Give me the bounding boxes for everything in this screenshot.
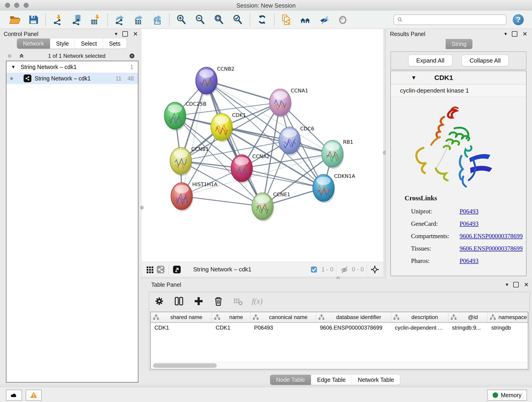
collapse-all-button[interactable]: Collapse All: [462, 55, 509, 66]
import-network-icon[interactable]: [52, 14, 64, 26]
left-splitter-handle[interactable]: [140, 206, 144, 210]
import-database-icon[interactable]: [70, 14, 82, 26]
plus-icon[interactable]: [193, 295, 205, 307]
panel-float-icon[interactable]: ▾: [504, 31, 507, 37]
table-cell[interactable]: CDK1: [212, 323, 250, 333]
table-cell[interactable]: stringdb: [488, 323, 528, 333]
trash-icon[interactable]: [212, 295, 224, 307]
table-cell[interactable]: stringdb:9...: [448, 323, 488, 333]
crosslink-link[interactable]: 9606.ENSP00000378699: [460, 245, 523, 252]
search-box[interactable]: [394, 14, 506, 25]
network-node-CCNA1[interactable]: CCNA1: [269, 88, 308, 118]
panel-close-icon[interactable]: ✕: [133, 31, 138, 38]
column-header-namespace[interactable]: namespace: [488, 312, 528, 322]
expand-all-icon[interactable]: [16, 50, 27, 62]
network-node-CDC6[interactable]: CDC6: [279, 126, 314, 156]
column-header-canonical-name[interactable]: canonical name: [250, 312, 316, 322]
collapse-all-icon[interactable]: [4, 50, 16, 62]
search-icon: [397, 17, 403, 23]
selected-checkbox-icon[interactable]: [309, 264, 319, 275]
refresh-icon[interactable]: [256, 14, 268, 26]
table-cell[interactable]: 9606.ENSP00000378699: [316, 323, 391, 333]
column-header-description[interactable]: description: [391, 312, 448, 322]
help-icon[interactable]: ?: [513, 14, 524, 25]
tab-sets[interactable]: Sets: [103, 38, 127, 49]
tree-expand-icon[interactable]: ▼: [11, 64, 16, 70]
network-edge[interactable]: [182, 196, 263, 206]
table-cell[interactable]: cyclin-dependent ...: [391, 323, 448, 333]
fit-content-icon[interactable]: [370, 264, 380, 275]
network-node-CCNB2[interactable]: CCNB2: [196, 66, 234, 96]
crosslink-link[interactable]: P06493: [460, 257, 479, 264]
tab-edge-table[interactable]: Edge Table: [311, 375, 352, 385]
network-collection-row[interactable]: ▼ String Network – cdk1 1: [6, 61, 138, 73]
columns-icon[interactable]: [173, 295, 185, 307]
network-share-icon[interactable]: [155, 264, 166, 275]
panel-close-icon[interactable]: ✕: [522, 31, 527, 38]
crosslink-link[interactable]: 9606.ENSP00000378699: [460, 233, 523, 240]
panel-float-icon[interactable]: ▾: [115, 31, 117, 37]
panel-maximize-icon[interactable]: [122, 31, 128, 37]
search-input[interactable]: [405, 16, 503, 23]
network-node-CCNA2[interactable]: CCNA2: [231, 153, 270, 183]
table-cell[interactable]: CDK1: [151, 323, 212, 333]
collapse-entry-icon[interactable]: ▼: [411, 75, 417, 81]
tab-select[interactable]: Select: [75, 38, 103, 49]
zoom-out-icon[interactable]: [194, 14, 206, 26]
tab-string[interactable]: String: [446, 39, 472, 49]
string-eye-icon[interactable]: [337, 14, 349, 26]
open-in-window-icon[interactable]: [172, 264, 182, 275]
protein-entry-header[interactable]: ▼ CDK1: [391, 71, 526, 85]
export-network-icon[interactable]: [114, 14, 126, 26]
network-node-RB1[interactable]: RB1: [322, 139, 353, 169]
zoom-in-icon[interactable]: [176, 14, 187, 26]
hidden-eye-icon[interactable]: [339, 264, 350, 275]
panel-maximize-icon[interactable]: [512, 31, 517, 37]
network-row[interactable]: String Network – cdk1 11 48: [6, 73, 138, 84]
open-session-icon[interactable]: [9, 14, 21, 26]
network-edge[interactable]: [206, 81, 263, 206]
crosslink-link[interactable]: P06493: [460, 208, 479, 215]
column-header-shared-name[interactable]: shared name: [151, 312, 212, 322]
network-node-CDKN1A[interactable]: CDKN1A: [313, 173, 355, 203]
network-node-CCNE1[interactable]: CCNE1: [252, 191, 290, 221]
warning-icon[interactable]: [26, 390, 42, 401]
table-cell[interactable]: P06493: [250, 323, 316, 333]
network-canvas[interactable]: CCNB2CCNA1CDC25BCDK1CDC6RB1CCNB1CCNA2CDK…: [142, 29, 383, 262]
expand-all-button[interactable]: Expand All: [408, 55, 452, 66]
column-header-label: namespace: [498, 314, 528, 320]
gear-icon[interactable]: [153, 295, 165, 307]
gear-icon[interactable]: [126, 50, 138, 62]
memory-button[interactable]: Memory: [487, 390, 527, 401]
export-image-icon[interactable]: [151, 14, 163, 26]
column-header--id[interactable]: @id: [448, 312, 488, 322]
zoom-fit-icon[interactable]: [213, 14, 225, 26]
zoom-selected-icon[interactable]: [232, 14, 244, 26]
save-session-icon[interactable]: [27, 14, 39, 26]
panel-close-icon[interactable]: ✕: [524, 281, 529, 288]
column-header-label: database identifier: [326, 314, 391, 320]
horizontal-scrollbar[interactable]: [151, 362, 527, 369]
column-header-name[interactable]: name: [212, 312, 250, 322]
tab-network-table[interactable]: Network Table: [352, 375, 400, 385]
string-import-icon[interactable]: [280, 14, 292, 26]
string-home-icon[interactable]: [299, 14, 311, 26]
table-row[interactable]: CDK1CDK1P064939606.ENSP00000378699cyclin…: [151, 323, 528, 333]
export-table-icon[interactable]: [133, 14, 144, 26]
column-header-database-identifier[interactable]: database identifier: [316, 312, 391, 322]
network-node-CDK1[interactable]: CDK1: [211, 112, 246, 142]
string-hide-icon[interactable]: [318, 14, 330, 26]
network-node-HIST1H1A[interactable]: HIST1H1A: [171, 182, 217, 211]
tab-node-table[interactable]: Node Table: [270, 375, 311, 385]
network-edge[interactable]: [182, 81, 206, 196]
tab-style[interactable]: Style: [50, 38, 75, 49]
crosslink-link[interactable]: P06493: [460, 220, 479, 227]
network-node-CCNB1[interactable]: CCNB1: [170, 146, 209, 176]
panel-float-icon[interactable]: ▾: [506, 282, 508, 288]
tab-network[interactable]: Network: [17, 38, 50, 49]
import-table-icon[interactable]: [89, 14, 101, 26]
scrollbar-thumb[interactable]: [153, 363, 217, 368]
grid-view-icon[interactable]: [145, 264, 155, 275]
panel-maximize-icon[interactable]: [513, 282, 519, 287]
cloud-icon[interactable]: [6, 390, 22, 401]
